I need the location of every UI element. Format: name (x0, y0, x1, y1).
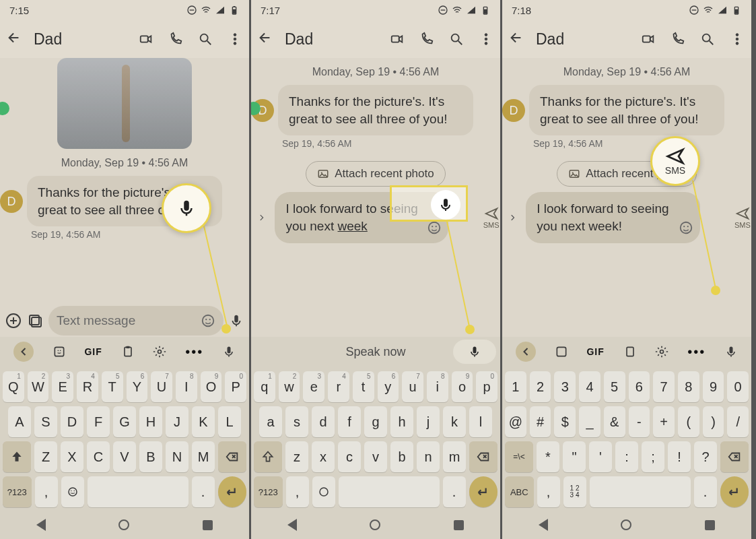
add-button[interactable] (5, 313, 22, 329)
key-@[interactable]: @ (505, 406, 526, 437)
key-R[interactable]: R4 (77, 371, 98, 402)
key-A[interactable]: A (8, 406, 31, 437)
backspace-key[interactable] (469, 441, 497, 472)
contact-name[interactable]: Dad (34, 30, 127, 49)
key-I[interactable]: I8 (176, 371, 197, 402)
symbols-key[interactable]: ?123 (3, 476, 32, 507)
compose-input[interactable]: Text message (48, 306, 224, 336)
phone-icon[interactable] (419, 32, 434, 46)
mic-button-compose[interactable] (229, 313, 244, 328)
nav-recent[interactable] (705, 520, 715, 530)
key-9[interactable]: 9 (703, 371, 724, 402)
nav-back[interactable] (36, 519, 46, 531)
key-1[interactable]: 1 (505, 371, 526, 402)
attach-photo-chip[interactable]: Attach recent photo (306, 161, 445, 187)
key-w[interactable]: w2 (279, 371, 300, 402)
key-)[interactable]: ) (703, 406, 724, 437)
key-?[interactable]: ? (694, 441, 717, 472)
comma-key[interactable]: , (35, 476, 58, 507)
key-a[interactable]: a (259, 406, 282, 437)
key-M[interactable]: M (192, 441, 215, 472)
key-#[interactable]: # (530, 406, 551, 437)
key-B[interactable]: B (139, 441, 162, 472)
emoji-icon[interactable] (427, 220, 442, 235)
message-bubble[interactable]: Thanks for the picture's. It's great to … (278, 85, 473, 135)
key-K[interactable]: K (192, 406, 215, 437)
clipboard-icon[interactable] (623, 345, 637, 358)
key-Y[interactable]: Y6 (127, 371, 148, 402)
received-image[interactable] (57, 58, 192, 149)
phone-icon[interactable] (168, 32, 183, 46)
nav-home[interactable] (118, 519, 129, 530)
key-7[interactable]: 7 (653, 371, 675, 402)
key-([interactable]: ( (678, 406, 699, 437)
key-'[interactable]: ' (589, 441, 612, 472)
sym-shift-key[interactable]: =\< (505, 441, 533, 472)
key-T[interactable]: T5 (102, 371, 123, 402)
gallery-button[interactable] (27, 313, 43, 329)
key--[interactable]: - (629, 406, 650, 437)
period-key[interactable]: . (694, 476, 717, 507)
more-icon[interactable] (730, 32, 745, 46)
more-icon[interactable] (479, 32, 493, 46)
kbd-chevron-left[interactable] (516, 342, 536, 362)
key-H[interactable]: H (139, 406, 162, 437)
key-L[interactable]: L (218, 406, 241, 437)
key-g[interactable]: g (364, 406, 387, 437)
search-icon[interactable] (449, 32, 464, 46)
period-key[interactable]: . (443, 476, 466, 507)
key-*[interactable]: * (537, 441, 559, 472)
key-u[interactable]: u7 (402, 371, 423, 402)
key-4[interactable]: 4 (579, 371, 600, 402)
sticker-icon[interactable] (555, 345, 568, 358)
key-2[interactable]: 2 (530, 371, 551, 402)
kbd-mic-icon[interactable] (724, 345, 738, 358)
key-P[interactable]: P0 (225, 371, 246, 402)
key-S[interactable]: S (34, 406, 57, 437)
key-o[interactable]: o9 (452, 371, 473, 402)
key-z[interactable]: z (285, 441, 308, 472)
abc-key[interactable]: ABC (505, 476, 534, 507)
key-"[interactable]: " (563, 441, 586, 472)
key-8[interactable]: 8 (678, 371, 699, 402)
kbd-more[interactable]: ••• (687, 344, 706, 360)
back-button[interactable] (509, 30, 524, 48)
key-V[interactable]: V (113, 441, 136, 472)
key-m[interactable]: m (443, 441, 466, 472)
key-Q[interactable]: Q1 (3, 371, 24, 402)
gif-button[interactable]: GIF (84, 346, 102, 357)
key-/[interactable]: / (727, 406, 749, 437)
key-3[interactable]: 3 (554, 371, 576, 402)
key-+[interactable]: + (653, 406, 675, 437)
key-![interactable]: ! (668, 441, 691, 472)
key-D[interactable]: D (61, 406, 83, 437)
key-F[interactable]: F (87, 406, 110, 437)
numpad-key[interactable]: 1 2 3 4 (563, 476, 586, 507)
gear-icon[interactable] (153, 345, 166, 358)
backspace-key[interactable] (720, 441, 749, 472)
key-t[interactable]: t5 (353, 371, 374, 402)
key-W[interactable]: W2 (28, 371, 49, 402)
sticker-icon[interactable] (53, 345, 66, 358)
nav-back[interactable] (287, 519, 297, 531)
key-x[interactable]: x (312, 441, 335, 472)
space-key[interactable] (339, 476, 440, 507)
kbd-mic-icon[interactable] (222, 345, 236, 358)
compose-text-bubble[interactable]: I look forward to seeing you next week! (526, 192, 700, 243)
comma-key[interactable]: , (537, 476, 560, 507)
send-sms-button[interactable]: SMS (482, 206, 500, 229)
phone-icon[interactable] (671, 32, 685, 46)
key-6[interactable]: 6 (629, 371, 650, 402)
shift-key[interactable] (3, 441, 31, 472)
key-X[interactable]: X (61, 441, 83, 472)
symbols-key[interactable]: ?123 (254, 476, 283, 507)
video-call-icon[interactable] (139, 32, 153, 46)
emoji-icon[interactable] (679, 220, 693, 235)
emoji-icon[interactable] (201, 313, 215, 328)
avatar[interactable]: D (502, 99, 525, 122)
back-button[interactable] (258, 30, 273, 48)
backspace-key[interactable] (218, 441, 246, 472)
key-k[interactable]: k (443, 406, 466, 437)
key-l[interactable]: l (469, 406, 492, 437)
enter-key[interactable] (720, 476, 749, 507)
